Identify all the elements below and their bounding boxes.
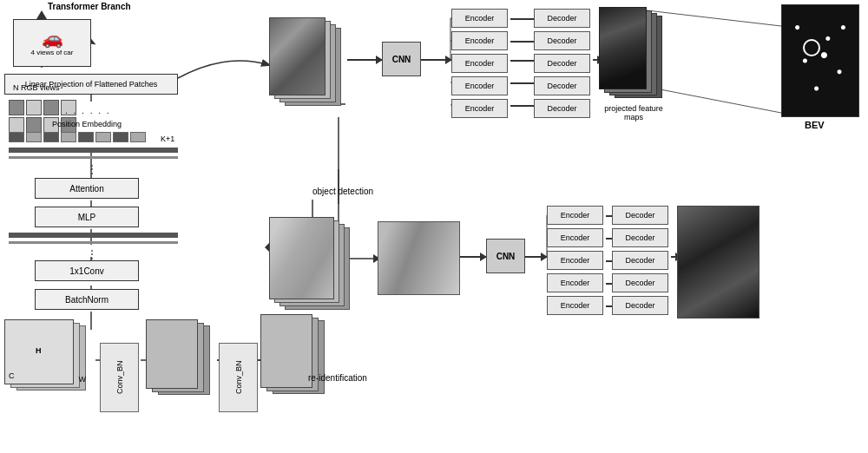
rgb-front	[269, 17, 326, 95]
bev-img-content	[782, 5, 858, 116]
transformer-branch-label: Transformer Branch	[48, 2, 131, 11]
k1-label: K+1	[161, 135, 174, 143]
dots-vert-2: ⋮	[87, 248, 97, 260]
h-line-3	[9, 233, 178, 238]
patch-cell	[26, 117, 42, 133]
enc-bot-2: Encoder	[547, 228, 603, 247]
chw-h-label: H	[36, 346, 42, 355]
enc-bot-4: Encoder	[547, 273, 603, 292]
rgb-label: N RGB views	[13, 83, 60, 92]
chw-block: C H W	[4, 319, 91, 397]
pos-bars	[9, 132, 146, 142]
proj-feature-stack	[599, 7, 668, 102]
cis-front	[269, 217, 334, 299]
mlp-label: MLP	[78, 213, 96, 222]
dots-vert: ⋮	[87, 163, 97, 175]
diagram-container: Transformer Branch 🚗 4 views of car Line…	[0, 0, 868, 453]
mlp-box: MLP	[35, 207, 139, 227]
chw-w-label: W	[79, 375, 87, 384]
car2-image	[378, 221, 460, 295]
conv1x1-label: 1x1Conv	[69, 266, 103, 276]
enc-dec-conn-1	[510, 18, 536, 20]
batchnorm-label: BatchNorm	[65, 295, 108, 305]
proj-img	[600, 8, 646, 89]
encoders-bottom: Encoder Encoder Encoder Encoder Encoder	[547, 206, 603, 318]
pos-bar	[9, 132, 24, 142]
conv1x1-box: 1x1Conv	[35, 260, 139, 281]
patch-cell	[9, 100, 24, 115]
enc-dec-conn-2	[510, 41, 536, 43]
encoder-3: Encoder	[451, 54, 508, 73]
attention-box: Attention	[35, 178, 139, 199]
car-views-box: 🚗 4 views of car	[13, 19, 91, 67]
patch-cell	[9, 117, 24, 133]
bev-label: BEV	[805, 120, 825, 130]
chw-c-label: C	[9, 371, 15, 380]
rgb-views-stack	[269, 17, 347, 113]
arrow-cnn-enc-bot	[525, 256, 547, 258]
conv-bn-1: Conv_BN	[100, 343, 139, 412]
conv-bn-2: Conv_BN	[219, 343, 258, 412]
enc-bot-1: Encoder	[547, 206, 603, 225]
result-img	[678, 207, 759, 318]
chw-front: C H W	[4, 319, 74, 384]
bev-image	[781, 4, 859, 117]
decoders-bottom: Decoder Decoder Decoder Decoder Decoder	[612, 206, 668, 318]
car-img-stack	[269, 217, 356, 317]
conv-bn-1-label: Conv_BN	[115, 361, 124, 395]
decoder-2: Decoder	[534, 31, 590, 50]
enc-dec-conn-4	[510, 82, 536, 84]
right-front	[260, 314, 312, 388]
dots-label: . . . . . .	[65, 106, 111, 115]
dec-bot-4: Decoder	[612, 273, 668, 292]
cnn-top-label: CNN	[392, 55, 411, 64]
enc-bot-5: Encoder	[547, 296, 603, 315]
object-detection-label: object detection	[312, 187, 373, 196]
decoder-3: Decoder	[534, 54, 590, 73]
arrow-rgb-cnn	[347, 59, 382, 61]
proj-label: projected feature maps	[595, 104, 673, 121]
re-identification-label: re-identification	[308, 373, 367, 383]
bev-circle	[803, 39, 820, 56]
arrow-car2-cnn	[460, 256, 486, 258]
right-stack	[260, 314, 330, 401]
mid-front	[146, 319, 198, 389]
enc-dec-conn-3	[510, 60, 536, 62]
encoder-4: Encoder	[451, 76, 508, 95]
decoder-1: Decoder	[534, 9, 590, 28]
pos-bar	[43, 132, 59, 142]
h-line-1	[9, 148, 178, 153]
patch-cell	[43, 100, 59, 115]
encoder-5: Encoder	[451, 99, 508, 118]
up-arrow-icon	[36, 10, 47, 19]
cnn-box-top: CNN	[382, 42, 421, 76]
rgb-img	[270, 18, 325, 95]
conv-bn-2-label: Conv_BN	[234, 361, 243, 395]
decoder-5: Decoder	[534, 99, 590, 118]
dec-bot-2: Decoder	[612, 228, 668, 247]
h-line-2	[9, 156, 178, 159]
decoders-top: Decoder Decoder Decoder Decoder Decoder	[534, 9, 590, 121]
car2-img	[378, 222, 459, 294]
cnn-bottom-label: CNN	[496, 252, 516, 261]
batchnorm-box: BatchNorm	[35, 289, 139, 310]
pos-bar	[78, 132, 94, 142]
encoder-2: Encoder	[451, 31, 508, 50]
pos-embed-label: Position Embedding	[52, 120, 122, 128]
car-icon: 🚗	[42, 30, 63, 47]
arrow-cnn-enc-top	[421, 59, 451, 61]
enc-dec-conn-5	[510, 105, 536, 107]
cis-img	[270, 218, 333, 299]
dec-bot-1: Decoder	[612, 206, 668, 225]
attention-label: Attention	[69, 184, 103, 194]
patch-cell	[26, 100, 42, 115]
car-views-label: 4 views of car	[31, 49, 74, 56]
proj-front	[599, 7, 647, 89]
pos-bar	[61, 132, 76, 142]
pos-bar	[113, 132, 128, 142]
dec-bot-3: Decoder	[612, 251, 668, 270]
pos-bar	[130, 132, 146, 142]
result-image	[677, 206, 760, 318]
cnn-box-bottom: CNN	[486, 239, 525, 273]
h-line-4	[9, 241, 178, 244]
